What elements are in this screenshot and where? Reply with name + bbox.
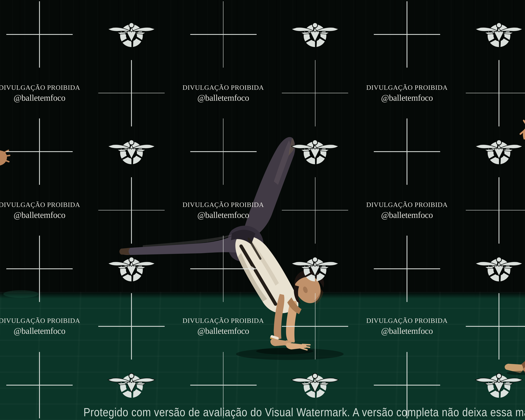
watermark-line1: DIVULGAÇÃO PROIBIDA xyxy=(0,84,80,91)
watermark-line2: @balletemfoco xyxy=(381,93,433,102)
crosshair-plus-icon xyxy=(6,1,73,68)
aperture-dancer-logo-icon xyxy=(107,19,156,50)
aperture-dancer-logo-icon xyxy=(107,370,156,400)
aperture-dancer-logo-icon xyxy=(290,254,340,284)
crosshair-plus-icon xyxy=(6,236,73,302)
watermark-text-block: DIVULGAÇÃO PROIBIDA @balletemfoco xyxy=(366,201,448,219)
crosshair-plus-icon xyxy=(466,60,525,126)
aperture-dancer-logo-icon xyxy=(107,254,156,284)
watermark-line1: DIVULGAÇÃO PROIBIDA xyxy=(182,201,264,208)
aperture-dancer-logo-icon xyxy=(474,370,524,400)
watermark-text-block: DIVULGAÇÃO PROIBIDA @balletemfoco xyxy=(182,84,264,102)
aperture-dancer-logo-icon xyxy=(474,19,524,50)
crosshair-plus-icon xyxy=(6,352,73,418)
crosshair-plus-icon xyxy=(466,293,525,360)
crosshair-plus-icon xyxy=(466,177,525,243)
watermark-line1: DIVULGAÇÃO PROIBIDA xyxy=(366,84,448,91)
watermark-line2: @balletemfoco xyxy=(197,93,249,102)
crosshair-plus-icon xyxy=(190,236,256,302)
crosshair-plus-icon xyxy=(374,236,440,302)
watermark-line2: @balletemfoco xyxy=(14,327,65,335)
aperture-dancer-logo-icon xyxy=(290,19,340,50)
aperture-dancer-logo-icon xyxy=(107,137,156,167)
watermark-line1: DIVULGAÇÃO PROIBIDA xyxy=(182,84,264,91)
crosshair-plus-icon xyxy=(374,118,440,185)
watermark-text-block: DIVULGAÇÃO PROIBIDA @balletemfoco xyxy=(366,317,448,335)
watermark-text-block: DIVULGAÇÃO PROIBIDA @balletemfoco xyxy=(366,84,448,102)
watermark-line1: DIVULGAÇÃO PROIBIDA xyxy=(366,201,448,208)
crosshair-plus-icon xyxy=(282,293,348,360)
crosshair-plus-icon xyxy=(282,177,348,243)
crosshair-plus-icon xyxy=(374,1,440,68)
watermark-line1: DIVULGAÇÃO PROIBIDA xyxy=(0,201,80,208)
crosshair-plus-icon xyxy=(282,60,348,126)
crosshair-plus-icon xyxy=(98,177,165,243)
aperture-dancer-logo-icon xyxy=(290,370,340,400)
aperture-dancer-logo-icon xyxy=(474,254,524,284)
watermark-text-block: DIVULGAÇÃO PROIBIDA @balletemfoco xyxy=(0,84,80,102)
crosshair-plus-icon xyxy=(190,1,256,68)
watermark-line2: @balletemfoco xyxy=(381,211,433,219)
crosshair-plus-icon xyxy=(190,118,256,185)
watermark-line2: @balletemfoco xyxy=(381,327,433,335)
watermark-line2: @balletemfoco xyxy=(14,211,65,219)
photo-scene: DIVULGAÇÃO PROIBIDA @balletemfoco DIVULG… xyxy=(0,0,525,420)
watermark-line2: @balletemfoco xyxy=(197,211,249,219)
watermark-text-block: DIVULGAÇÃO PROIBIDA @balletemfoco xyxy=(182,317,264,335)
trial-watermark-caption: Protegido com versão de avaliação do Vis… xyxy=(84,406,525,419)
watermarked-stage-photo: DIVULGAÇÃO PROIBIDA @balletemfoco DIVULG… xyxy=(0,0,525,420)
crosshair-plus-icon xyxy=(6,118,73,185)
crosshair-plus-icon xyxy=(98,60,165,126)
aperture-dancer-logo-icon xyxy=(290,137,340,167)
watermark-line1: DIVULGAÇÃO PROIBIDA xyxy=(366,317,448,324)
watermark-text-block: DIVULGAÇÃO PROIBIDA @balletemfoco xyxy=(0,201,80,219)
watermark-text-block: DIVULGAÇÃO PROIBIDA @balletemfoco xyxy=(182,201,264,219)
watermark-line1: DIVULGAÇÃO PROIBIDA xyxy=(0,317,80,324)
watermark-text-block: DIVULGAÇÃO PROIBIDA @balletemfoco xyxy=(0,317,80,335)
crosshair-plus-icon xyxy=(98,293,165,360)
watermark-line2: @balletemfoco xyxy=(14,93,65,102)
watermark-line2: @balletemfoco xyxy=(197,327,249,335)
watermark-line1: DIVULGAÇÃO PROIBIDA xyxy=(182,317,264,324)
aperture-dancer-logo-icon xyxy=(474,137,524,167)
watermark-layer: DIVULGAÇÃO PROIBIDA @balletemfoco DIVULG… xyxy=(0,0,525,420)
